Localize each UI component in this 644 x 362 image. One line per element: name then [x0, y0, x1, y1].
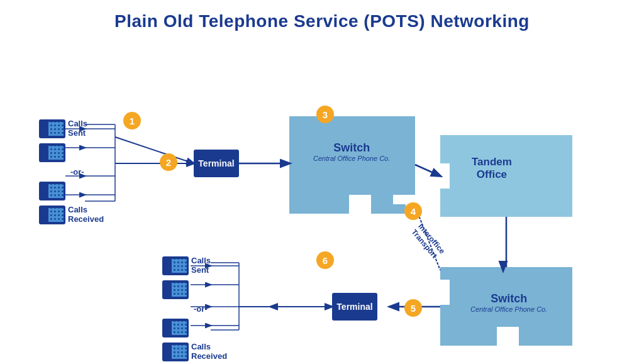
tandem-office-label: TandemOffice — [472, 156, 512, 182]
phone-row-1: CallsSent — [39, 119, 104, 138]
phone-icon-3 — [39, 182, 65, 200]
interoffice-transport-label: InterofficeTransport — [409, 222, 447, 261]
badge-4: 4 — [404, 202, 422, 220]
diagram: 1 2 3 4 5 6 Terminal Terminal Switch Cen… — [0, 44, 644, 362]
phone-icon-1 — [39, 119, 65, 138]
phone-group-bottom: CallsSent -or- CallsReceived — [162, 256, 227, 361]
svg-marker-6 — [497, 327, 519, 346]
switch-2-label: Switch Central Office Phone Co. — [470, 292, 547, 313]
badge-3: 3 — [316, 106, 334, 123]
svg-line-7 — [115, 137, 194, 163]
phone-group-top: CallsSent -or- CallsReceived — [39, 119, 104, 224]
badge-6: 6 — [316, 251, 334, 269]
svg-marker-3 — [440, 163, 450, 189]
phone-row-b1: CallsSent — [162, 256, 227, 275]
badge-1: 1 — [123, 112, 141, 129]
phone-icon-b3 — [162, 319, 189, 337]
phone-icon-4 — [39, 206, 65, 224]
svg-marker-5 — [440, 280, 450, 305]
switch-1-label: Switch Central Office Phone Co. — [313, 141, 390, 162]
phone-icon-b4 — [162, 343, 189, 361]
svg-marker-1 — [349, 195, 371, 214]
phone-icon-b1 — [162, 256, 189, 275]
phone-icon-2 — [39, 143, 65, 162]
page-title: Plain Old Telephone Service (POTS) Netwo… — [0, 0, 644, 31]
svg-line-9 — [415, 165, 440, 176]
phone-icon-b2 — [162, 280, 189, 299]
phone-row-b3 — [162, 319, 227, 337]
terminal-1: Terminal — [194, 150, 239, 177]
badge-2: 2 — [160, 153, 177, 171]
or-label-bottom: -or- — [194, 304, 227, 314]
phone-row-2 — [39, 143, 104, 162]
page: Plain Old Telephone Service (POTS) Netwo… — [0, 0, 644, 362]
phone-row-4: CallsReceived — [39, 206, 104, 224]
or-label-top: -or- — [70, 167, 104, 177]
badge-5: 5 — [404, 299, 422, 317]
phone-row-b4: CallsReceived — [162, 343, 227, 361]
phone-row-3 — [39, 182, 104, 200]
phone-row-b2 — [162, 280, 227, 299]
svg-marker-0 — [289, 116, 415, 214]
terminal-2: Terminal — [332, 293, 377, 321]
